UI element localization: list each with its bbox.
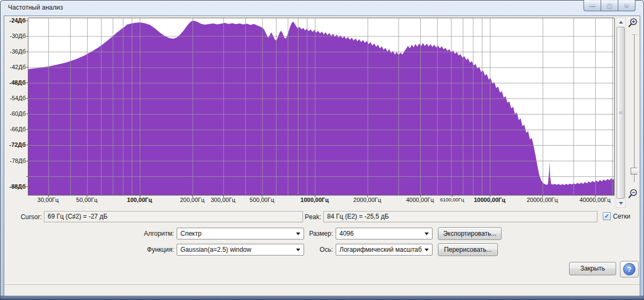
algorithm-label: Алгоритм: (125, 228, 174, 239)
function-label: Функция: (125, 244, 174, 256)
x-axis-label: 4000,00Гц (406, 197, 434, 203)
chevron-down-icon (425, 249, 429, 251)
y-axis-tick (26, 129, 28, 130)
cursor-readout: 69 Гц (C♯2) = -27 дБ (44, 211, 303, 222)
y-axis-tick (26, 82, 28, 83)
zoom-slider-track[interactable] (634, 34, 635, 182)
maximize-button[interactable]: ▢ (601, 0, 618, 11)
caption-buttons: — ▢ ✕ (584, 0, 635, 11)
x-axis-label: 40000,00Гц (579, 197, 610, 203)
cursor-label: Cursor: (19, 212, 42, 222)
x-axis-label: 100,00Гц (127, 197, 152, 203)
x-axis-tick (262, 195, 262, 197)
y-axis-tick (26, 176, 28, 177)
x-axis-label: 300,00Гц (211, 197, 236, 203)
y-axis-tick (26, 145, 28, 145)
x-axis-tick (490, 195, 490, 197)
spectrum-plot[interactable] (28, 18, 615, 196)
grids-checkbox-group[interactable]: ✓ Сетки (603, 212, 630, 220)
close-window-button[interactable]: ✕ (618, 0, 635, 11)
y-axis-tick (26, 20, 28, 21)
y-axis-label: -88Дб (4, 183, 26, 190)
grids-checkbox[interactable]: ✓ (603, 212, 611, 220)
y-axis-tick (26, 114, 28, 114)
divider-line (4, 284, 640, 286)
export-button[interactable]: Экспортировать... (438, 227, 502, 240)
close-dialog-button[interactable]: Закрыть (569, 262, 616, 275)
titlebar[interactable]: Частотный анализ — ▢ ✕ (0, 0, 644, 16)
x-axis-label: 20000,00Гц (527, 197, 558, 203)
axis-combobox[interactable]: Логарифмический масштаб (336, 244, 433, 256)
peak-label: Peak: (302, 212, 321, 222)
y-axis-tick (26, 98, 28, 99)
magnifier-plus-icon (627, 17, 639, 29)
y-axis-tick (26, 51, 28, 52)
function-combobox[interactable]: Gaussian(a=2.5) window (177, 244, 304, 256)
minimize-button[interactable]: — (584, 0, 601, 11)
y-axis-label: -24Дб (4, 17, 26, 24)
size-label: Размер: (299, 228, 333, 239)
x-axis-tick (48, 195, 49, 197)
x-axis-tick (315, 195, 315, 197)
x-axis-label: 1000,00Гц (300, 197, 329, 203)
algorithm-value: Спектр (180, 230, 201, 237)
checkmark-icon: ✓ (604, 213, 609, 219)
vertical-scrollbar[interactable] (616, 18, 626, 208)
screenshot-stage: Частотный анализ — ▢ ✕ -24Дб-30Дб-36Дб-4… (0, 0, 644, 300)
y-axis-label: -60Дб (4, 110, 26, 117)
arrow-down-icon (619, 202, 623, 205)
x-axis-label: 200,00Гц (180, 197, 204, 203)
replot-button[interactable]: Перерисовать... (438, 243, 498, 256)
peak-readout: 84 Гц (E2) = -25,5 дБ (323, 211, 597, 222)
y-axis-tick (26, 161, 28, 161)
y-axis-label: -48Дб (4, 79, 26, 86)
minimize-icon: — (590, 3, 595, 9)
spectrum-chart (28, 18, 614, 195)
algorithm-combobox[interactable]: Спектр (177, 228, 304, 239)
x-axis-tick (140, 195, 140, 197)
x-axis-tick (367, 195, 368, 197)
x-axis-tick (192, 195, 193, 197)
x-axis-tick (87, 195, 87, 197)
arrow-up-icon (619, 21, 623, 24)
y-axis-tick (26, 186, 28, 187)
x-axis-tick (542, 195, 543, 197)
help-icon: ? (623, 263, 635, 275)
y-axis-label: -36Дб (4, 48, 26, 55)
maximize-icon: ▢ (607, 3, 612, 9)
y-axis-label: -72Дб (4, 141, 26, 148)
zoom-in-button[interactable] (627, 17, 639, 29)
x-axis-label: 6100,00Гц (440, 197, 464, 202)
x-axis-tick (595, 195, 596, 197)
y-axis-label: -30Дб (4, 32, 26, 40)
scroll-up-button[interactable] (616, 18, 625, 26)
size-combobox[interactable]: 4096 (336, 228, 433, 239)
window-bottom-border (0, 296, 644, 300)
x-axis-label: 500,00Гц (249, 197, 274, 203)
x-axis-tick (223, 195, 224, 197)
x-axis-tick (452, 195, 452, 197)
y-axis-tick (26, 36, 28, 36)
y-axis-label: -66Дб (4, 125, 26, 133)
dialog-client-area: -24Дб-30Дб-36Дб-42Дб-48Дб-54Дб-60Дб-66Дб… (4, 16, 640, 296)
zoom-out-button[interactable] (627, 188, 639, 200)
grids-checkbox-label: Сетки (613, 213, 630, 220)
help-button[interactable]: ? (620, 261, 639, 278)
close-icon: ✕ (624, 3, 628, 9)
function-value: Gaussian(a=2.5) window (180, 246, 251, 253)
y-axis-label: -42Дб (4, 63, 26, 71)
window-title: Частотный анализ (8, 4, 63, 11)
y-axis-tick (26, 67, 28, 68)
scrollbar-thumb[interactable] (617, 27, 625, 199)
scroll-down-button[interactable] (616, 199, 625, 207)
x-axis-label: 50,00Гц (76, 197, 97, 203)
x-axis-label: 2000,00Гц (353, 197, 381, 203)
x-axis-label: 10000,00Гц (474, 197, 505, 203)
magnifier-minus-icon (627, 188, 639, 200)
y-axis-label: -78Дб (4, 157, 26, 164)
frequency-analysis-window: Частотный анализ — ▢ ✕ -24Дб-30Дб-36Дб-4… (0, 0, 644, 300)
x-axis-tick (420, 195, 421, 197)
y-axis-label: -54Дб (4, 94, 26, 102)
size-value: 4096 (339, 230, 354, 237)
scrollbar-grip-icon (619, 111, 623, 114)
